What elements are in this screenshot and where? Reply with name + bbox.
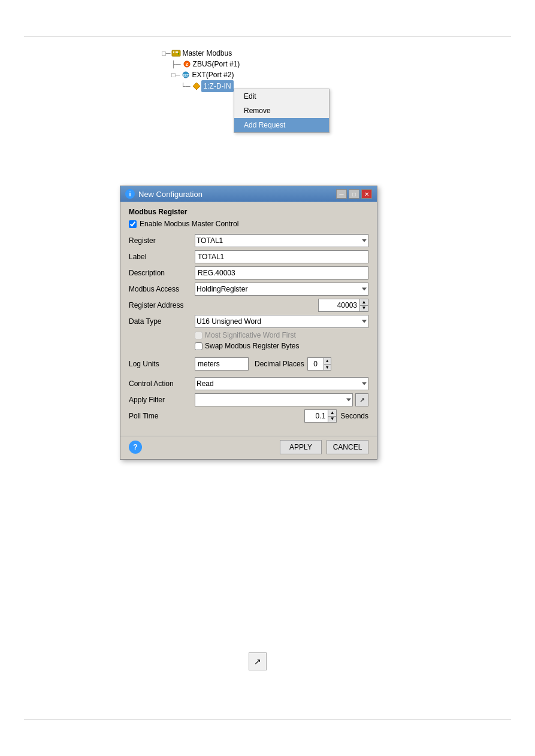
- log-units-input[interactable]: [195, 357, 249, 371]
- cancel-button[interactable]: CANCEL: [327, 440, 368, 454]
- log-units-label: Log Units: [129, 360, 195, 368]
- svg-rect-0: [172, 50, 180, 56]
- data-type-control: U16 Unsigned Word: [195, 315, 368, 328]
- data-type-select[interactable]: U16 Unsigned Word: [195, 315, 368, 328]
- log-units-row: Log Units Decimal Places ▲ ▼: [129, 357, 368, 371]
- poll-time-wrapper: ▲ ▼ Seconds: [304, 409, 368, 423]
- poll-spin-up[interactable]: ▲: [328, 410, 336, 417]
- label-field-label: Label: [129, 253, 195, 261]
- control-action-select-wrapper: Read: [195, 377, 368, 390]
- dialog-title: New Configuration: [138, 190, 202, 199]
- tree-view: □─ Master Modbus ├─ Z ZBUS(Port #1) □─ E…: [162, 48, 240, 92]
- swap-bytes-checkbox[interactable]: [195, 342, 202, 350]
- decimal-places-label: Decimal Places: [255, 360, 304, 368]
- poll-time-spin: ▲ ▼: [328, 409, 337, 423]
- poll-time-label: Poll Time: [129, 412, 195, 420]
- seconds-label: Seconds: [340, 412, 368, 420]
- new-configuration-dialog: i New Configuration ─ □ ✕ Modbus Registe…: [120, 186, 377, 460]
- bottom-divider: [24, 719, 511, 720]
- context-menu-item-remove[interactable]: Remove: [234, 104, 329, 118]
- spin-up-button[interactable]: ▲: [360, 299, 368, 306]
- register-row: Register TOTAL1: [129, 234, 368, 247]
- tree-node-ext[interactable]: □─ EXT EXT(Port #2): [171, 69, 240, 80]
- description-input[interactable]: [195, 266, 368, 280]
- enable-checkbox[interactable]: [129, 220, 137, 228]
- context-menu-item-add-request[interactable]: Add Request: [234, 118, 329, 132]
- svg-text:Z: Z: [185, 62, 188, 66]
- decimal-spin-down[interactable]: ▼: [324, 365, 331, 371]
- register-address-spin: ▲ ▼: [360, 299, 368, 312]
- modbus-access-row: Modbus Access HoldingRegister: [129, 283, 368, 296]
- apply-button[interactable]: APPLY: [280, 440, 322, 454]
- tree-line-ext: □─: [171, 69, 180, 80]
- decimal-places-input[interactable]: [307, 357, 324, 371]
- poll-time-row: Poll Time ▲ ▼ Seconds: [129, 409, 368, 423]
- close-button[interactable]: ✕: [361, 189, 372, 199]
- control-action-row: Control Action Read: [129, 377, 368, 390]
- data-type-label: Data Type: [129, 317, 195, 326]
- register-address-wrapper: ▲ ▼: [318, 299, 368, 312]
- apply-filter-row: Apply Filter ↗: [129, 393, 368, 406]
- spin-down-button[interactable]: ▼: [360, 306, 368, 312]
- poll-time-input[interactable]: [304, 409, 328, 423]
- poll-time-control: ▲ ▼ Seconds: [195, 409, 368, 423]
- dialog-controls: ─ □ ✕: [336, 189, 372, 199]
- apply-filter-select[interactable]: [195, 393, 353, 406]
- modbus-access-select[interactable]: HoldingRegister: [195, 283, 368, 296]
- svg-rect-1: [173, 51, 174, 53]
- enable-checkbox-label: Enable Modbus Master Control: [140, 220, 238, 228]
- modbus-access-control: HoldingRegister: [195, 283, 368, 296]
- server-icon: [171, 48, 181, 58]
- external-link-icon[interactable]: ↗: [249, 652, 267, 670]
- tree-expand-icon: □─: [162, 48, 170, 59]
- decimal-spin-up[interactable]: ▲: [324, 358, 331, 365]
- modbus-access-select-wrapper: HoldingRegister: [195, 283, 368, 296]
- dialog-titlebar-left: i New Configuration: [125, 189, 202, 199]
- most-significant-label: Most Significative Word First: [205, 331, 296, 339]
- most-significant-row: Most Significative Word First: [195, 331, 368, 339]
- label-field-input[interactable]: [195, 250, 368, 263]
- control-action-select[interactable]: Read: [195, 377, 368, 390]
- tree-node-1zdin[interactable]: └─ 1:Z-D-IN: [181, 80, 240, 92]
- register-select-wrapper: TOTAL1: [195, 234, 368, 247]
- tree-line-zbus: ├─: [171, 59, 181, 69]
- enable-checkbox-row: Enable Modbus Master Control: [129, 220, 368, 228]
- control-action-control: Read: [195, 377, 368, 390]
- register-select[interactable]: TOTAL1: [195, 234, 368, 247]
- poll-spin-down[interactable]: ▼: [328, 417, 336, 423]
- label-row: Label: [129, 250, 368, 263]
- dialog-titlebar: i New Configuration ─ □ ✕: [120, 186, 377, 202]
- footer-left: ?: [129, 441, 142, 454]
- help-button[interactable]: ?: [129, 441, 142, 454]
- register-label: Register: [129, 236, 195, 245]
- tree-label-zbus: ZBUS(Port #1): [193, 59, 240, 69]
- register-address-control: ▲ ▼: [195, 299, 368, 312]
- zbus-icon: Z: [182, 59, 192, 69]
- register-address-input[interactable]: [318, 299, 360, 312]
- decimal-places-wrapper: ▲ ▼: [307, 357, 331, 371]
- maximize-button[interactable]: □: [349, 189, 359, 199]
- most-significant-checkbox[interactable]: [195, 332, 202, 339]
- decimal-spin: ▲ ▼: [324, 357, 331, 371]
- tree-label-master-modbus: Master Modbus: [182, 48, 232, 59]
- apply-filter-select-wrapper: [195, 393, 353, 406]
- description-row: Description: [129, 266, 368, 280]
- data-type-select-wrapper: U16 Unsigned Word: [195, 315, 368, 328]
- context-menu-item-edit[interactable]: Edit: [234, 89, 329, 104]
- register-address-row: Register Address ▲ ▼: [129, 299, 368, 312]
- swap-bytes-label: Swap Modbus Register Bytes: [205, 342, 299, 350]
- minimize-button[interactable]: ─: [336, 189, 347, 199]
- swap-bytes-row: Swap Modbus Register Bytes: [195, 342, 368, 350]
- description-label: Description: [129, 269, 195, 277]
- svg-point-3: [178, 53, 179, 54]
- apply-filter-external-button[interactable]: ↗: [355, 393, 368, 406]
- section-title: Modbus Register: [129, 208, 368, 216]
- dialog-footer: ? APPLY CANCEL: [120, 436, 377, 459]
- tree-node-master-modbus[interactable]: □─ Master Modbus: [162, 48, 240, 59]
- dialog-info-icon: i: [125, 189, 135, 199]
- tree-node-zbus[interactable]: ├─ Z ZBUS(Port #1): [171, 59, 240, 69]
- context-menu: Edit Remove Add Request: [234, 89, 330, 133]
- tree-line-1zdin: └─: [181, 81, 191, 92]
- arrow-symbol: ↗: [254, 657, 261, 666]
- svg-text:EXT: EXT: [183, 74, 189, 77]
